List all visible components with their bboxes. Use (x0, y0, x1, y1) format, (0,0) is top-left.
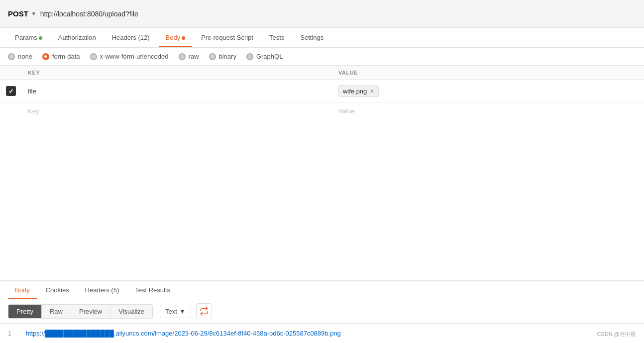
row-checkbox-cell[interactable] (0, 80, 22, 102)
btn-pretty[interactable]: Pretty (8, 305, 42, 318)
value-placeholder: Value (338, 107, 354, 115)
tab-body[interactable]: Body (159, 28, 193, 47)
radio-graphql-circle (246, 53, 253, 60)
format-dropdown-icon: ▼ (179, 308, 186, 315)
radio-none-circle (8, 53, 15, 60)
col-header-value: VALUE (332, 66, 644, 80)
table-row-placeholder: Key Value (0, 102, 644, 120)
url-bar: POST ▼ (0, 0, 644, 28)
checkbox-checked[interactable] (6, 86, 16, 96)
bottom-tab-test-results[interactable]: Test Results (128, 281, 177, 299)
radio-binary[interactable]: binary (209, 53, 236, 60)
file-chip-remove[interactable]: × (370, 87, 374, 95)
params-dot (39, 36, 42, 40)
radio-none[interactable]: none (8, 53, 32, 60)
radio-raw-circle (179, 53, 186, 60)
file-chip-name: wife.png (343, 87, 367, 95)
radio-form-data[interactable]: form-data (42, 53, 80, 60)
row-placeholder-checkbox (0, 102, 22, 120)
col-header-checkbox (0, 66, 22, 80)
params-table: KEY VALUE file wife.png (0, 66, 644, 120)
bottom-tab-body[interactable]: Body (8, 281, 37, 299)
row-placeholder-value[interactable]: Value (332, 102, 644, 120)
method-label: POST (8, 9, 28, 18)
format-button-group: Pretty Raw Preview Visualize (8, 304, 153, 319)
tab-settings[interactable]: Settings (293, 28, 330, 47)
row-key-cell: file (22, 80, 332, 102)
row-key-value: file (28, 87, 36, 95)
btn-raw[interactable]: Raw (42, 305, 71, 318)
file-chip: wife.png × (338, 85, 379, 97)
btn-preview[interactable]: Preview (71, 305, 110, 318)
table-area: KEY VALUE file wife.png (0, 66, 644, 280)
radio-graphql[interactable]: GraphQL (246, 53, 283, 60)
tab-pre-request[interactable]: Pre-request Script (194, 28, 260, 47)
format-label: Text (165, 308, 177, 315)
response-content: 1 https://███████████████.aliyuncs.com/i… (0, 324, 644, 343)
wrap-button[interactable] (196, 303, 212, 319)
method-dropdown-icon: ▼ (31, 11, 36, 16)
radio-binary-circle (209, 53, 216, 60)
main-area: KEY VALUE file wife.png (0, 66, 644, 343)
response-url[interactable]: https://███████████████.aliyuncs.com/ima… (26, 330, 341, 337)
row-value-cell: wife.png × (332, 80, 644, 102)
method-selector[interactable]: POST ▼ (8, 9, 36, 18)
tab-tests[interactable]: Tests (262, 28, 291, 47)
radio-raw[interactable]: raw (179, 53, 199, 60)
table-row: file wife.png × (0, 80, 644, 102)
top-tabs: Params Authorization Headers (12) Body P… (0, 28, 644, 48)
format-selector[interactable]: Text ▼ (160, 305, 191, 318)
bottom-tab-cookies[interactable]: Cookies (39, 281, 76, 299)
tab-authorization[interactable]: Authorization (51, 28, 103, 47)
key-placeholder: Key (28, 107, 39, 115)
url-input[interactable] (40, 10, 636, 18)
body-dot (182, 36, 185, 40)
row-placeholder-key[interactable]: Key (22, 102, 332, 120)
radio-urlencoded[interactable]: x-www-form-urlencoded (90, 53, 169, 60)
body-type-row: none form-data x-www-form-urlencoded raw… (0, 48, 644, 66)
bottom-panel: Body Cookies Headers (5) Test Results Pr… (0, 280, 644, 343)
bottom-tabs-row: Body Cookies Headers (5) Test Results (0, 281, 644, 299)
col-header-key: KEY (22, 66, 332, 80)
btn-visualize[interactable]: Visualize (110, 305, 152, 318)
line-number: 1 (8, 330, 18, 337)
watermark: CSDN @何中应 (597, 331, 636, 338)
tab-headers[interactable]: Headers (12) (105, 28, 157, 47)
response-toolbar: Pretty Raw Preview Visualize Text ▼ (0, 299, 644, 324)
bottom-tab-headers[interactable]: Headers (5) (78, 281, 126, 299)
radio-urlencoded-circle (90, 53, 97, 60)
tab-params[interactable]: Params (8, 28, 49, 47)
radio-form-data-circle (42, 53, 49, 60)
